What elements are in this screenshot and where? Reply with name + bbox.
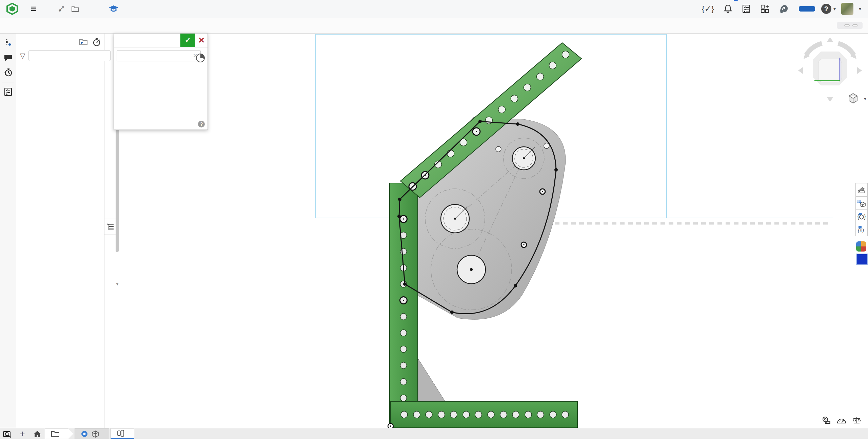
tasks-icon[interactable]	[742, 4, 751, 14]
notification-badge	[734, 0, 738, 1]
assembly-icon	[91, 430, 99, 438]
link-icon[interactable]: ⊷	[56, 3, 67, 15]
configurations-icon[interactable]: {}	[855, 209, 868, 223]
onshape-logo-icon	[6, 3, 18, 15]
pan-left-arrow[interactable]	[798, 67, 803, 74]
features-panel: ▽ ▲ ▼	[16, 33, 104, 428]
view-options-cube-icon[interactable]	[849, 94, 857, 103]
pan-right-arrow[interactable]	[857, 67, 862, 74]
filter-input[interactable]	[28, 50, 111, 61]
new-tab-icon[interactable]: +	[15, 428, 30, 439]
sketch-plane-field[interactable]: ✕	[117, 50, 201, 61]
svg-text:}: }	[864, 213, 866, 220]
history-icon[interactable]	[0, 65, 16, 80]
tab-exercise-3-part-studio[interactable]	[111, 428, 134, 439]
variables-icon[interactable]: (x)	[855, 223, 868, 236]
frame-base[interactable]	[388, 401, 577, 429]
versions-icon[interactable]: {✓}	[702, 4, 714, 14]
apps-grid-icon[interactable]	[760, 4, 770, 14]
tape-measure-icon[interactable]	[821, 416, 831, 424]
kbd-alt	[844, 24, 850, 26]
final-time-icon[interactable]	[196, 54, 205, 62]
help-icon[interactable]: ?	[821, 4, 831, 14]
tab-status-icon	[81, 431, 88, 437]
learning-center-icon[interactable]	[108, 5, 119, 13]
share-button[interactable]	[799, 6, 815, 12]
viewcube-face[interactable]	[818, 59, 842, 82]
strip-divider	[2, 82, 14, 82]
appearance-panel-icon[interactable]	[855, 183, 868, 197]
onshape-logo[interactable]	[6, 3, 21, 15]
help-caret-icon[interactable]: ▾	[833, 6, 836, 12]
sketch-toolbar	[0, 18, 868, 34]
tab-exercise-3[interactable]	[45, 428, 73, 439]
document-menu-icon[interactable]: ≡	[31, 3, 37, 15]
new-folder-icon[interactable]	[79, 39, 88, 45]
scroll-down-icon[interactable]: ▼	[115, 282, 120, 286]
notes-icon[interactable]	[0, 84, 16, 99]
part-studio-icon	[117, 430, 124, 437]
bearing-hole-bottom[interactable]	[457, 255, 486, 284]
avatar[interactable]	[841, 3, 853, 15]
folder-icon	[71, 5, 79, 12]
ai-advisor-icon[interactable]	[779, 4, 788, 14]
screenshot-tool-icon[interactable]	[0, 428, 15, 439]
dialog-help-icon[interactable]: ?	[198, 121, 205, 127]
bom-table-icon[interactable]	[855, 196, 868, 210]
frame-column[interactable]	[390, 183, 418, 428]
tab-exercise-3-assembly[interactable]	[75, 428, 109, 439]
gearbox-plate[interactable]	[401, 117, 566, 319]
bearing-hole-top[interactable]	[512, 147, 535, 170]
top-bar: ≡ ⊷ {✓} ? ▾ ▾	[0, 0, 868, 18]
measure-tools	[815, 416, 862, 424]
rollback-end-icon[interactable]	[93, 38, 101, 46]
cancel-button[interactable]: ✕	[195, 34, 208, 47]
notifications-bell-icon[interactable]	[724, 4, 732, 14]
tilt-up-arrow[interactable]	[827, 37, 833, 42]
user-menu-caret-icon[interactable]: ▾	[859, 6, 861, 12]
mk-app-icon[interactable]	[856, 254, 868, 265]
insert-feature-icon[interactable]	[0, 35, 16, 50]
view-cube: ▾	[792, 34, 868, 106]
feature-dialog: ✓ ✕ ✕ ?	[114, 33, 208, 130]
workspace[interactable]	[71, 5, 82, 12]
comments-icon[interactable]	[0, 50, 16, 65]
search-tools[interactable]	[837, 22, 863, 29]
confirm-button[interactable]: ✓	[180, 34, 195, 47]
bottom-tab-bar: +	[0, 428, 868, 439]
kbd-c	[852, 24, 858, 26]
right-tool-rail: {} (x)	[855, 183, 868, 267]
left-icon-strip	[0, 33, 16, 428]
mass-properties-icon[interactable]	[852, 416, 862, 424]
view-options-caret-icon[interactable]: ▾	[864, 96, 866, 101]
home-icon[interactable]	[30, 428, 45, 439]
filter-icon[interactable]: ▽	[20, 52, 25, 60]
svg-text:{: {	[857, 213, 859, 220]
tab-folder-icon	[51, 431, 59, 437]
protractor-icon[interactable]	[836, 416, 847, 424]
tilt-down-arrow[interactable]	[827, 97, 833, 102]
bearing-hole-middle[interactable]	[441, 204, 469, 233]
app-store-widget-icon[interactable]	[856, 241, 866, 252]
svg-text:(x): (x)	[858, 227, 864, 234]
